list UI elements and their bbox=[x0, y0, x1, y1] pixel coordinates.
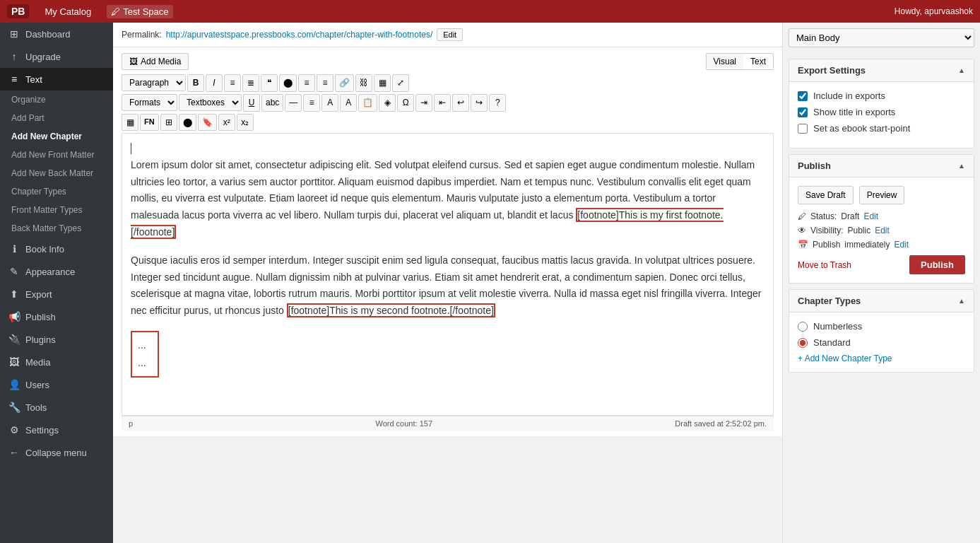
sidebar-item-export[interactable]: ⬆ Export bbox=[0, 283, 113, 305]
subscript-button[interactable]: x₂ bbox=[237, 114, 254, 132]
fullscreen-button[interactable]: ⤢ bbox=[392, 74, 409, 92]
move-to-trash-link[interactable]: Move to Trash bbox=[798, 260, 851, 270]
paragraph-select[interactable]: Paragraph bbox=[122, 74, 186, 91]
export-settings-header: Export Settings ▲ bbox=[789, 59, 974, 82]
visibility-edit-link[interactable]: Edit bbox=[875, 226, 890, 235]
formats-select[interactable]: Formats bbox=[122, 94, 177, 111]
sidebar-subitem-organize[interactable]: Organize bbox=[0, 90, 113, 109]
paragraph-1[interactable]: Lorem ipsum dolor sit amet, consectetur … bbox=[131, 157, 764, 241]
add-new-chapter-type-link[interactable]: + Add New Chapter Type bbox=[798, 354, 965, 363]
tools-icon: 🔧 bbox=[8, 402, 20, 413]
my-catalog-tab[interactable]: My Catalog bbox=[40, 5, 95, 18]
footer-tag: p bbox=[129, 419, 133, 428]
permalink-edit-button[interactable]: Edit bbox=[437, 28, 463, 41]
add-media-icon: 🖼 bbox=[129, 57, 138, 66]
sidebar-item-book-info[interactable]: ℹ Book Info bbox=[0, 238, 113, 260]
indent-button[interactable]: ⇥ bbox=[415, 94, 432, 112]
sidebar-item-media[interactable]: 🖼 Media bbox=[0, 351, 113, 373]
strikethrough-button[interactable]: abc bbox=[261, 94, 283, 112]
text-color-button[interactable]: A bbox=[321, 94, 338, 112]
ebook-start-checkbox[interactable] bbox=[798, 124, 808, 134]
sidebar-item-text[interactable]: ≡ Text bbox=[0, 68, 113, 90]
fn-button[interactable]: FN bbox=[140, 114, 159, 130]
status-label: Status: bbox=[810, 211, 837, 221]
textboxes-select[interactable]: Textboxes bbox=[179, 94, 242, 111]
paragraph-2[interactable]: Quisque iaculis eros id semper interdum.… bbox=[131, 252, 764, 320]
hr-button[interactable]: — bbox=[285, 94, 302, 112]
circle-button[interactable]: ⬤ bbox=[179, 114, 196, 132]
sidebar-subitem-add-new-front-matter[interactable]: Add New Front Matter bbox=[0, 146, 113, 164]
test-space-tab[interactable]: 🖊 Test Space bbox=[107, 5, 172, 18]
outdent-button[interactable]: ⇤ bbox=[434, 94, 451, 112]
special-chars-button[interactable]: Ω bbox=[397, 94, 414, 112]
preview-button[interactable]: Preview bbox=[859, 186, 905, 204]
superscript-button[interactable]: x² bbox=[218, 114, 235, 132]
grid-button[interactable]: ⊞ bbox=[160, 114, 177, 132]
publish-time-edit-link[interactable]: Edit bbox=[894, 240, 909, 250]
editor-footer: p Word count: 157 Draft saved at 2:52:02… bbox=[122, 416, 774, 431]
table2-button[interactable]: ▦ bbox=[122, 114, 138, 132]
chapter-types-section: Chapter Types ▲ Numberless Standard + Ad… bbox=[789, 289, 974, 373]
publish-button[interactable]: Publish bbox=[909, 255, 965, 274]
highlight-button[interactable]: A bbox=[340, 94, 357, 112]
add-media-button[interactable]: 🖼 Add Media bbox=[122, 53, 189, 70]
publish-collapse-arrow[interactable]: ▲ bbox=[958, 162, 965, 170]
sidebar-item-upgrade[interactable]: ↑ Upgrade bbox=[0, 45, 113, 68]
sidebar-item-appearance[interactable]: ✎ Appearance bbox=[0, 260, 113, 283]
sidebar-subitem-chapter-types[interactable]: Chapter Types bbox=[0, 182, 113, 201]
sidebar-subitem-add-new-chapter[interactable]: Add New Chapter bbox=[0, 127, 113, 146]
main-body-dropdown[interactable]: Main Body bbox=[789, 28, 974, 47]
sidebar-item-settings[interactable]: ⚙ Settings bbox=[0, 419, 113, 441]
sidebar-subitem-add-part[interactable]: Add Part bbox=[0, 109, 113, 127]
sidebar-subitem-back-matter-types[interactable]: Back Matter Types bbox=[0, 219, 113, 238]
sidebar-item-publish[interactable]: 📢 Publish bbox=[0, 305, 113, 328]
permalink-bar: Permalink: http://apurvatestspace.pressb… bbox=[113, 23, 782, 47]
sidebar-item-dashboard[interactable]: ⊞ Dashboard bbox=[0, 23, 113, 45]
sidebar-item-tools[interactable]: 🔧 Tools bbox=[0, 396, 113, 419]
justify-button[interactable]: ≡ bbox=[303, 94, 320, 112]
dots-block[interactable]: ... ... bbox=[131, 331, 159, 378]
text-tab[interactable]: Text bbox=[743, 54, 773, 69]
sidebar-item-users[interactable]: 👤 Users bbox=[0, 373, 113, 396]
align-left-button[interactable]: ⬤ bbox=[279, 74, 297, 92]
bold-button[interactable]: B bbox=[187, 74, 204, 92]
dashboard-icon: ⊞ bbox=[8, 28, 20, 40]
italic-button[interactable]: I bbox=[206, 74, 223, 92]
bookmark-button[interactable]: 🔖 bbox=[198, 114, 217, 132]
redo-button[interactable]: ↪ bbox=[471, 94, 488, 112]
export-settings-collapse-arrow[interactable]: ▲ bbox=[958, 66, 965, 74]
link-button[interactable]: 🔗 bbox=[335, 74, 354, 92]
align-center-button[interactable]: ≡ bbox=[298, 74, 315, 92]
standard-radio[interactable] bbox=[798, 338, 808, 348]
upgrade-icon: ↑ bbox=[8, 51, 20, 62]
status-edit-link[interactable]: Edit bbox=[863, 211, 878, 221]
sidebar-subitem-add-new-back-matter[interactable]: Add New Back Matter bbox=[0, 164, 113, 182]
ebook-start-row: Set as ebook start-point bbox=[798, 123, 965, 134]
include-in-exports-checkbox[interactable] bbox=[798, 91, 808, 101]
editor-body[interactable]: Lorem ipsum dolor sit amet, consectetur … bbox=[122, 133, 774, 416]
unordered-list-button[interactable]: ≡ bbox=[224, 74, 241, 92]
align-right-button[interactable]: ≡ bbox=[317, 74, 333, 92]
visual-tab[interactable]: Visual bbox=[707, 54, 743, 69]
save-draft-button[interactable]: Save Draft bbox=[798, 186, 854, 204]
show-title-checkbox[interactable] bbox=[798, 107, 808, 117]
undo-button[interactable]: ↩ bbox=[452, 94, 469, 112]
ordered-list-button[interactable]: ≣ bbox=[242, 74, 259, 92]
include-in-exports-row: Include in exports bbox=[798, 90, 965, 101]
sidebar-item-plugins[interactable]: 🔌 Plugins bbox=[0, 328, 113, 351]
erase-button[interactable]: ◈ bbox=[379, 94, 396, 112]
sidebar-subitem-front-matter-types[interactable]: Front Matter Types bbox=[0, 201, 113, 219]
help-button[interactable]: ? bbox=[489, 94, 506, 112]
table-button[interactable]: ▦ bbox=[374, 74, 391, 92]
sidebar-item-collapse[interactable]: ← Collapse menu bbox=[0, 441, 113, 464]
publish-time-icon: 📅 bbox=[798, 240, 808, 250]
underline-button[interactable]: U bbox=[243, 94, 260, 112]
unlink-button[interactable]: ⛓ bbox=[355, 74, 372, 92]
blockquote-button[interactable]: ❝ bbox=[261, 74, 278, 92]
permalink-url[interactable]: http://apurvatestspace.pressbooks.com/ch… bbox=[166, 30, 433, 40]
chapter-types-collapse-arrow[interactable]: ▲ bbox=[958, 297, 965, 305]
paste-button[interactable]: 📋 bbox=[358, 94, 377, 112]
numberless-radio[interactable] bbox=[798, 322, 808, 332]
standard-radio-row: Standard bbox=[798, 337, 965, 348]
dots-line-2: ... bbox=[138, 354, 152, 372]
